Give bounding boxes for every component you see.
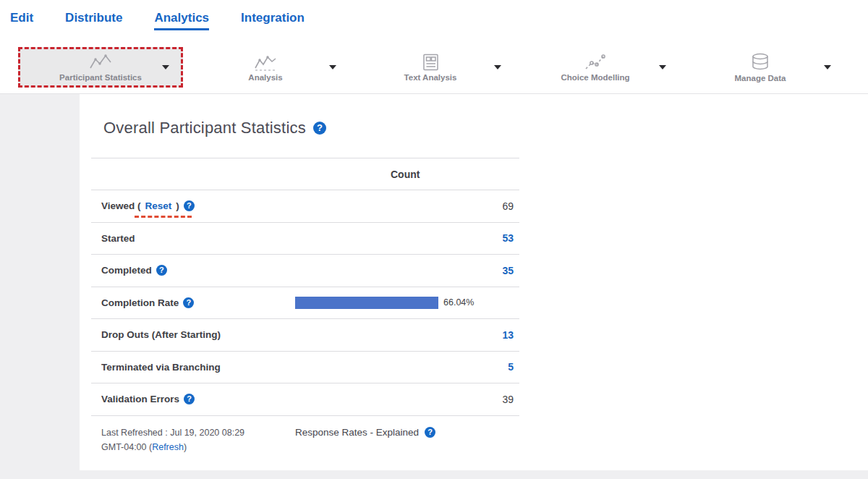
chevron-down-icon[interactable] [162, 65, 169, 69]
help-icon[interactable] [184, 200, 195, 211]
help-icon[interactable] [156, 265, 167, 276]
toolbar-item-body: Analysis [248, 54, 282, 82]
help-icon[interactable] [313, 122, 326, 135]
toolbar-label: Participant Statistics [59, 73, 142, 82]
area-chart-icon [253, 54, 278, 71]
last-refreshed-line2-prefix: GMT-04:00 ( [101, 442, 152, 452]
completed-label: Completed [101, 265, 152, 276]
nav-distribute[interactable]: Distribute [65, 11, 122, 30]
terminated-count[interactable]: 5 [508, 361, 514, 373]
drop-outs-count[interactable]: 13 [502, 329, 514, 341]
completed-count[interactable]: 35 [502, 265, 514, 276]
toolbar-manage-data[interactable]: Manage Data [678, 47, 843, 88]
started-count[interactable]: 53 [502, 232, 514, 244]
toolbar-label: Choice Modelling [561, 73, 629, 82]
toolbar-participant-statistics[interactable]: Participant Statistics [18, 47, 183, 88]
annotation-dashed-underline [135, 216, 192, 218]
last-refreshed-line1: Last Refreshed : Jul 19, 2020 08:29 [101, 428, 244, 438]
row-label: Completed [101, 265, 167, 276]
line-chart-icon [88, 54, 113, 71]
table-document-icon [419, 54, 442, 71]
chevron-down-icon[interactable] [824, 65, 831, 69]
help-icon[interactable] [183, 297, 194, 308]
table-header-row: Count [91, 158, 519, 190]
row-label: Completion Rate [101, 297, 194, 308]
viewed-label-prefix: Viewed ( [101, 200, 141, 211]
chevron-down-icon[interactable] [494, 65, 501, 69]
validation-errors-count: 39 [502, 394, 514, 405]
analytics-toolbar: Participant Statistics Analysis [0, 41, 868, 94]
validation-errors-label: Validation Errors [101, 394, 179, 404]
toolbar-analysis[interactable]: Analysis [183, 47, 348, 88]
row-label: Validation Errors [101, 394, 195, 404]
row-label: Started [101, 233, 135, 244]
table-row-terminated: Terminated via Branching 5 [91, 352, 519, 384]
page: Edit Distribute Analytics Integration [0, 0, 868, 479]
row-label: Drop Outs (After Starting) [101, 329, 221, 340]
toolbar-item-body: Participant Statistics [59, 54, 142, 82]
response-rates-explained[interactable]: Response Rates - Explained [295, 426, 435, 439]
toolbar-item-body: Manage Data [735, 53, 786, 82]
nav-edit[interactable]: Edit [10, 11, 33, 30]
toolbar-choice-modelling[interactable]: Choice Modelling [513, 47, 678, 88]
help-icon[interactable] [425, 427, 435, 438]
table-row-viewed: Viewed ( Reset ) 69 [91, 190, 519, 223]
terminated-label: Terminated via Branching [101, 362, 221, 373]
chevron-down-icon[interactable] [329, 65, 336, 69]
toolbar-label: Manage Data [735, 74, 786, 82]
toolbar-text-analysis[interactable]: Text Analysis [348, 47, 513, 88]
panel-title-row: Overall Participant Statistics [103, 119, 868, 137]
scatter-trend-icon [583, 54, 608, 71]
database-icon [749, 53, 772, 72]
response-rates-label: Response Rates - Explained [295, 427, 419, 438]
refresh-link[interactable]: Refresh [152, 442, 184, 452]
table-row-drop-outs: Drop Outs (After Starting) 13 [91, 319, 519, 352]
main-nav: Edit Distribute Analytics Integration [0, 0, 868, 41]
last-refreshed: Last Refreshed : Jul 19, 2020 08:29 GMT-… [101, 425, 295, 454]
row-label: Terminated via Branching [101, 362, 221, 373]
table-row-completed: Completed 35 [91, 255, 519, 287]
started-label: Started [101, 233, 135, 244]
table-row-completion-rate: Completion Rate 66.04% [91, 287, 519, 320]
nav-integration[interactable]: Integration [241, 11, 305, 30]
viewed-label-suffix: ) [176, 200, 179, 211]
toolbar-label: Analysis [248, 73, 282, 82]
page-title: Overall Participant Statistics [103, 119, 306, 137]
completion-rate-bar: 66.04% [295, 287, 474, 319]
table-row-started: Started 53 [91, 223, 519, 255]
toolbar-item-body: Choice Modelling [561, 54, 629, 82]
count-column-header: Count [391, 169, 420, 180]
toolbar-item-body: Text Analysis [404, 54, 457, 82]
help-icon[interactable] [184, 394, 195, 404]
reset-link[interactable]: Reset [145, 200, 172, 211]
toolbar-label: Text Analysis [404, 73, 457, 82]
table-row-validation-errors: Validation Errors 39 [91, 383, 519, 416]
viewed-count: 69 [502, 200, 514, 212]
last-refreshed-line2-suffix: ) [184, 442, 187, 452]
row-label: Viewed ( Reset ) [101, 200, 195, 211]
completion-bar-fill [295, 297, 438, 309]
drop-outs-label: Drop Outs (After Starting) [101, 329, 221, 340]
participant-statistics-table: Count Viewed ( Reset ) 69 Started [91, 158, 519, 454]
table-footer: Last Refreshed : Jul 19, 2020 08:29 GMT-… [91, 416, 519, 454]
completion-rate-label: Completion Rate [101, 297, 179, 308]
top-header: Edit Distribute Analytics Integration [0, 0, 868, 94]
completion-rate-value: 66.04% [443, 297, 474, 308]
nav-analytics[interactable]: Analytics [154, 11, 209, 30]
statistics-panel: Overall Participant Statistics Count Vie… [80, 94, 868, 470]
content-area: Overall Participant Statistics Count Vie… [0, 94, 868, 479]
chevron-down-icon[interactable] [659, 65, 666, 69]
